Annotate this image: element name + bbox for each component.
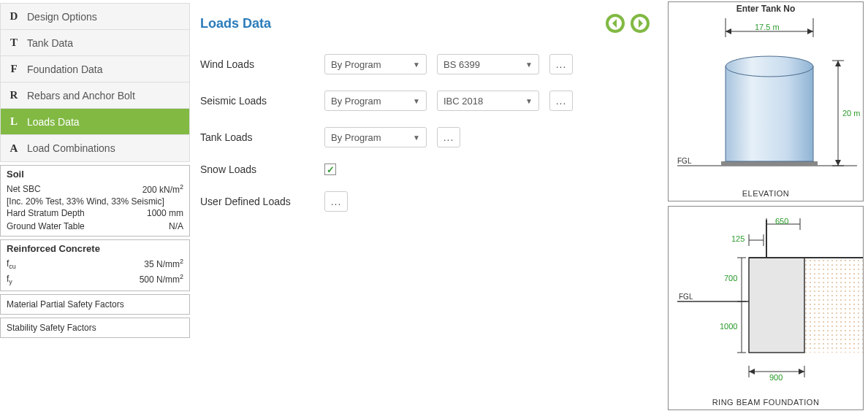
net-sbc-label: Net SBC xyxy=(7,182,41,196)
tank-loads-more-button[interactable]: ... xyxy=(437,127,460,147)
nav-loads-data[interactable]: L Loads Data xyxy=(1,109,189,135)
tank-loads-label: Tank Loads xyxy=(200,131,324,143)
net-sbc-note: [Inc. 20% Test, 33% Wind, 33% Seismic] xyxy=(7,196,183,207)
seismic-loads-label: Seismic Loads xyxy=(200,95,324,107)
nav-label: Tank Data xyxy=(27,37,73,49)
dim-125: 125 xyxy=(731,234,745,243)
wind-loads-label: Wind Loads xyxy=(200,58,324,70)
elevation-caption: ELEVATION xyxy=(669,189,863,198)
user-loads-label: User Defined Loads xyxy=(200,196,324,207)
snow-loads-label: Snow Loads xyxy=(200,164,324,175)
gwt-value: N/A xyxy=(169,220,183,233)
chevron-down-icon: ▼ xyxy=(413,97,420,105)
nav-design-options[interactable]: D Design Options xyxy=(1,4,189,30)
nav-label: Rebars and Anchor Bolt xyxy=(27,90,135,101)
nav-letter: L xyxy=(1,115,27,128)
hard-stratum-label: Hard Stratum Depth xyxy=(7,207,85,220)
seismic-loads-code-select[interactable]: IBC 2018 ▼ xyxy=(437,91,539,111)
tank-diameter: 17.5 m xyxy=(755,23,780,31)
wind-loads-more-button[interactable]: ... xyxy=(549,54,573,74)
fgl-label-foundation: FGL xyxy=(679,293,693,301)
nav-letter: D xyxy=(1,10,27,23)
svg-rect-5 xyxy=(721,161,818,166)
svg-rect-6 xyxy=(726,66,813,161)
gwt-label: Ground Water Table xyxy=(7,220,85,233)
foundation-diagram: 650 125 700 1000 900 FGL RING BEAM FOUND… xyxy=(668,206,864,410)
svg-rect-17 xyxy=(749,258,804,353)
chevron-down-icon: ▼ xyxy=(413,61,420,69)
snow-loads-checkbox[interactable]: ✓ xyxy=(324,164,336,175)
tank-height: 20 m xyxy=(842,109,860,118)
nav-label: Design Options xyxy=(27,11,97,23)
svg-rect-15 xyxy=(804,258,863,353)
fgl-label: FGL xyxy=(677,157,691,165)
fy-value: 500 N/mm2 xyxy=(140,272,183,288)
nav-label: Load Combinations xyxy=(27,142,115,154)
fcu-value: 35 N/mm2 xyxy=(144,257,183,272)
prev-button[interactable] xyxy=(605,13,625,34)
panel-soil: Soil Net SBC 200 kN/m2 [Inc. 20% Test, 3… xyxy=(0,165,190,237)
panel-mpsf[interactable]: Material Partial Safety Factors xyxy=(0,294,190,315)
panel-ssf[interactable]: Stability Safety Factors xyxy=(0,318,190,338)
chevron-down-icon: ▼ xyxy=(525,61,533,69)
hard-stratum-value: 1000 mm xyxy=(147,207,183,220)
chevron-down-icon: ▼ xyxy=(413,134,420,142)
nav-foundation-data[interactable]: F Foundation Data xyxy=(1,56,189,82)
seismic-loads-more-button[interactable]: ... xyxy=(549,91,573,111)
panel-concrete-heading: Reinforced Concrete xyxy=(7,243,183,254)
seismic-loads-method-select[interactable]: By Program ▼ xyxy=(324,91,427,111)
wind-loads-code-select[interactable]: BS 6399 ▼ xyxy=(437,54,539,74)
nav-load-combinations[interactable]: A Load Combinations xyxy=(1,135,189,161)
nav-letter: F xyxy=(1,63,27,75)
fy-label: fy xyxy=(7,272,12,288)
dim-900: 900 xyxy=(769,373,783,382)
page-title: Loads Data xyxy=(200,16,271,31)
panel-concrete: Reinforced Concrete fcu 35 N/mm2 fy 500 … xyxy=(0,239,190,291)
net-sbc-value: 200 kN/m2 xyxy=(142,182,183,196)
nav-letter: T xyxy=(1,36,27,49)
nav-rebars[interactable]: R Rebars and Anchor Bolt xyxy=(1,82,189,109)
nav-letter: A xyxy=(1,142,27,155)
panel-soil-heading: Soil xyxy=(7,169,183,180)
elevation-diagram: Enter Tank No xyxy=(668,1,864,201)
sidebar-nav: D Design Options T Tank Data F Foundatio… xyxy=(0,3,190,162)
nav-label: Foundation Data xyxy=(27,64,103,75)
nav-tank-data[interactable]: T Tank Data xyxy=(1,30,189,56)
next-button[interactable] xyxy=(630,13,650,34)
fcu-label: fcu xyxy=(7,257,16,272)
foundation-caption: RING BEAM FOUNDATION xyxy=(669,398,863,407)
svg-point-7 xyxy=(726,56,813,77)
tank-loads-method-select[interactable]: By Program ▼ xyxy=(324,127,427,147)
dim-700: 700 xyxy=(724,274,737,282)
foundation-svg xyxy=(669,207,864,396)
dim-1000: 1000 xyxy=(720,322,737,331)
user-loads-more-button[interactable]: ... xyxy=(324,191,348,212)
chevron-down-icon: ▼ xyxy=(525,97,533,105)
dim-650: 650 xyxy=(775,217,788,226)
nav-label: Loads Data xyxy=(27,116,80,128)
wind-loads-method-select[interactable]: By Program ▼ xyxy=(324,54,427,74)
nav-letter: R xyxy=(1,89,27,101)
